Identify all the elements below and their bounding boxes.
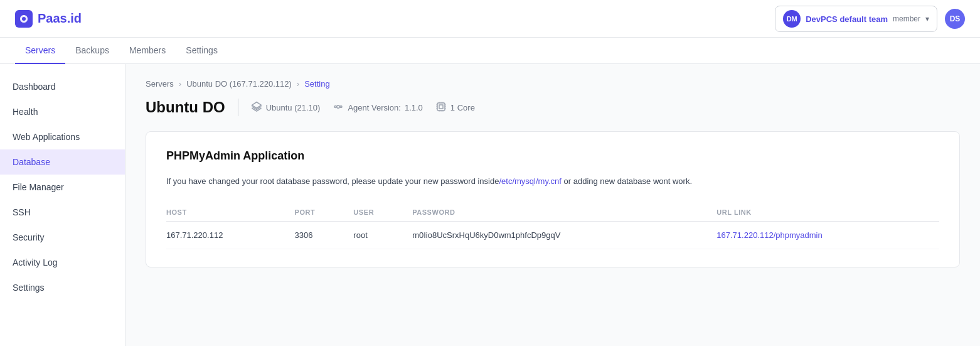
svg-rect-8 <box>439 105 443 109</box>
info-text: If you have changed your root database p… <box>166 175 939 188</box>
table-row: 167.71.220.112 3306 root m0Iio8UcSrxHqU6… <box>166 221 939 249</box>
col-user: User <box>353 203 412 222</box>
col-port: Port <box>295 203 354 222</box>
breadcrumb-servers[interactable]: Servers <box>146 79 174 89</box>
server-name: Ubuntu DO <box>146 99 225 116</box>
header-right: DM DevPCS default team member ▾ DS <box>775 6 965 32</box>
card-title: PHPMyAdmin Application <box>166 149 939 163</box>
col-url-link: Url Link <box>716 203 939 222</box>
server-title-row: Ubuntu DO Ubuntu (21.10) <box>146 99 960 116</box>
layout: Dashboard Health Web Applications Databa… <box>0 64 980 346</box>
database-table: HOST Port User Password Url Link 167.71.… <box>166 203 939 249</box>
cell-host: 167.71.220.112 <box>166 221 295 249</box>
svg-rect-7 <box>437 103 445 111</box>
tab-settings[interactable]: Settings <box>176 38 228 64</box>
layers-icon <box>251 101 262 114</box>
main-content: Servers › Ubuntu DO (167.71.220.112) › S… <box>125 64 980 346</box>
logo-text: Paas.id <box>38 11 82 26</box>
logo-icon <box>15 10 33 28</box>
sidebar-item-activity-log[interactable]: Activity Log <box>0 250 125 275</box>
tab-members[interactable]: Members <box>119 38 176 64</box>
col-password: Password <box>412 203 716 222</box>
col-host: HOST <box>166 203 295 222</box>
team-role: member <box>893 14 920 23</box>
breadcrumb-sep-1: › <box>179 79 181 89</box>
os-label: Ubuntu (21.10) <box>266 103 321 112</box>
agent-version: 1.1.0 <box>405 103 423 112</box>
breadcrumb-server[interactable]: Ubuntu DO (167.71.220.112) <box>186 79 292 89</box>
breadcrumb: Servers › Ubuntu DO (167.71.220.112) › S… <box>146 79 960 89</box>
tab-servers[interactable]: Servers <box>15 38 65 64</box>
sidebar-item-dashboard[interactable]: Dashboard <box>0 74 125 99</box>
user-avatar[interactable]: DS <box>945 9 965 29</box>
sidebar-item-database[interactable]: Database <box>0 149 125 175</box>
server-cores: 1 Core <box>435 101 475 114</box>
svg-point-3 <box>334 105 336 107</box>
sidebar-item-settings[interactable]: Settings <box>0 275 125 300</box>
logo[interactable]: Paas.id <box>15 10 82 28</box>
svg-point-4 <box>340 105 342 107</box>
cell-url-link[interactable]: 167.71.220.112/phpmyadmin <box>716 221 939 249</box>
cpu-icon <box>435 101 447 114</box>
svg-point-0 <box>22 17 26 21</box>
content-card: PHPMyAdmin Application If you have chang… <box>146 131 960 267</box>
team-name: DevPCS default team <box>806 14 888 24</box>
cell-password: m0Iio8UcSrxHqU6kyD0wm1phfcDp9gqV <box>412 221 716 249</box>
cores-label: 1 Core <box>450 103 475 112</box>
sidebar-item-security[interactable]: Security <box>0 225 125 250</box>
nav-tabs: Servers Backups Members Settings <box>0 38 980 64</box>
header: Paas.id DM DevPCS default team member ▾ … <box>0 0 980 38</box>
agent-icon <box>333 101 344 114</box>
sidebar-item-ssh[interactable]: SSH <box>0 200 125 225</box>
breadcrumb-sep-2: › <box>297 79 299 89</box>
svg-point-2 <box>337 105 340 108</box>
server-os: Ubuntu (21.10) <box>251 101 321 114</box>
cell-port: 3306 <box>295 221 354 249</box>
sidebar-item-web-applications[interactable]: Web Applications <box>0 124 125 149</box>
server-agent: Agent Version: 1.1.0 <box>333 101 422 114</box>
breadcrumb-current: Setting <box>304 79 329 89</box>
chevron-down-icon: ▾ <box>925 14 929 23</box>
sidebar-item-file-manager[interactable]: File Manager <box>0 175 125 200</box>
sidebar: Dashboard Health Web Applications Databa… <box>0 64 125 346</box>
server-divider <box>238 99 238 116</box>
agent-label: Agent Version: <box>348 103 401 112</box>
sidebar-item-health[interactable]: Health <box>0 99 125 124</box>
info-link[interactable]: /etc/mysql/my.cnf <box>499 176 561 186</box>
team-selector[interactable]: DM DevPCS default team member ▾ <box>775 6 937 32</box>
cell-user: root <box>353 221 412 249</box>
team-avatar: DM <box>783 10 801 28</box>
tab-backups[interactable]: Backups <box>65 38 119 64</box>
